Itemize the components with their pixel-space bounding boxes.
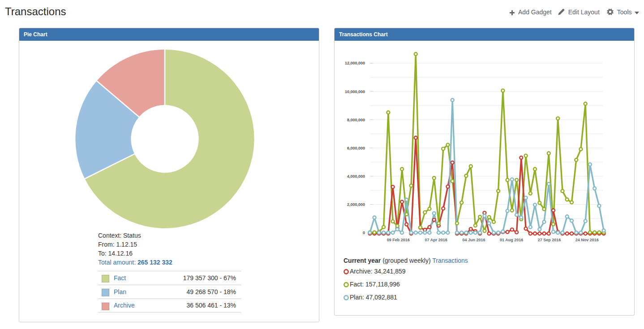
svg-text:04 Jun 2016: 04 Jun 2016: [462, 238, 485, 242]
svg-text:4,000,000: 4,000,000: [347, 174, 365, 179]
svg-text:24 Nov 2016: 24 Nov 2016: [575, 238, 599, 242]
svg-text:09 Feb 2016: 09 Feb 2016: [387, 238, 410, 242]
svg-text:27 Sep 2016: 27 Sep 2016: [538, 238, 561, 242]
svg-text:0: 0: [363, 231, 365, 235]
svg-text:10,000,000: 10,000,000: [345, 90, 365, 94]
svg-text:01 Aug 2016: 01 Aug 2016: [500, 238, 523, 242]
svg-text:8,000,000: 8,000,000: [347, 118, 365, 122]
svg-text:07 Apr 2016: 07 Apr 2016: [425, 238, 447, 242]
svg-text:12,000,000: 12,000,000: [345, 61, 365, 65]
svg-text:2,000,000: 2,000,000: [347, 202, 365, 207]
svg-text:6,000,000: 6,000,000: [347, 146, 365, 150]
